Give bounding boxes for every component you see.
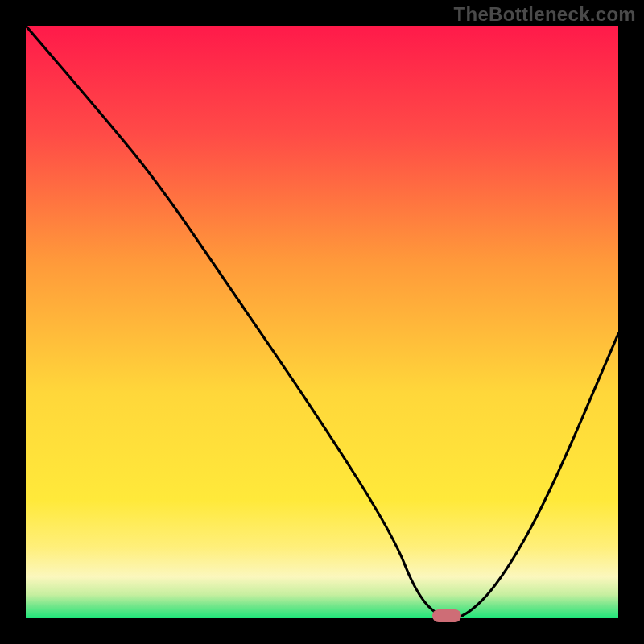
watermark-text: TheBottleneck.com (454, 3, 636, 26)
plot-area (26, 26, 618, 618)
chart-svg (26, 26, 618, 618)
chart-frame: TheBottleneck.com (0, 0, 644, 644)
current-point-marker (432, 609, 461, 622)
